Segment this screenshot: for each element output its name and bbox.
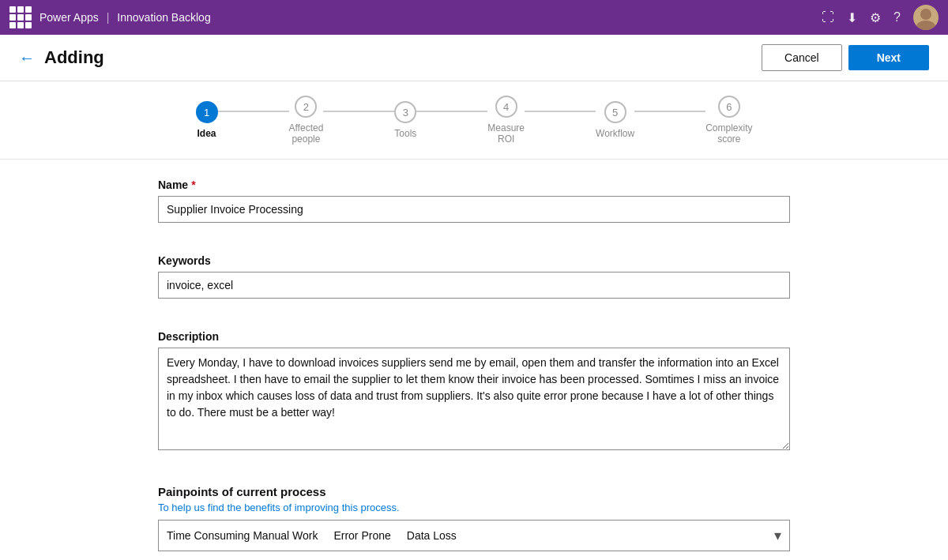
step-connector-2	[323, 111, 394, 112]
step-idea: 1 Idea	[196, 101, 218, 139]
screen-icon[interactable]: ⛶	[822, 10, 834, 24]
next-button[interactable]: Next	[848, 45, 929, 70]
description-field-group: Description Every Monday, I have to down…	[158, 330, 790, 469]
step-circle-2: 2	[295, 96, 317, 118]
painpoints-hint: To help us find the benefits of improvin…	[158, 502, 790, 513]
painpoints-label: Painpoints of current process	[158, 485, 790, 498]
description-label: Description	[158, 330, 790, 343]
stepper: 1 Idea 2 Affectedpeople 3 Tools 4 Measur…	[0, 81, 948, 160]
step-label-1: Idea	[197, 128, 216, 139]
avatar[interactable]	[913, 5, 939, 30]
page-header: ← Adding Cancel Next	[0, 35, 948, 81]
step-tools: 3 Tools	[394, 101, 416, 139]
step-label-2: Affectedpeople	[289, 122, 324, 145]
app-section: Innovation Backlog	[117, 11, 210, 24]
topbar-right: ⛶ ⬇ ⚙ ?	[822, 5, 939, 30]
download-icon[interactable]: ⬇	[847, 10, 857, 25]
tag-time-consuming: Time Consuming Manual Work	[167, 529, 318, 542]
step-connector-4	[525, 111, 596, 112]
name-input[interactable]	[158, 196, 790, 223]
help-icon[interactable]: ?	[893, 10, 901, 24]
step-connector-5	[634, 111, 705, 112]
name-field-group: Name*	[158, 179, 790, 239]
topbar-left: Power Apps | Innovation Backlog	[9, 6, 211, 28]
name-label: Name*	[158, 179, 790, 191]
painpoints-tags: Time Consuming Manual Work Error Prone D…	[167, 529, 457, 542]
description-input[interactable]: Every Monday, I have to download invoice…	[158, 348, 790, 450]
cancel-button[interactable]: Cancel	[762, 44, 842, 71]
gear-icon[interactable]: ⚙	[870, 10, 881, 25]
step-workflow: 5 Workflow	[596, 101, 634, 139]
step-label-5: Workflow	[596, 128, 634, 139]
app-separator: |	[107, 11, 110, 24]
step-label-4: MeasureROI	[487, 122, 525, 145]
apps-icon[interactable]	[9, 6, 32, 28]
step-circle-3: 3	[394, 101, 416, 123]
step-complexity-score: 6 Complexityscore	[705, 96, 752, 145]
back-button[interactable]: ←	[19, 49, 35, 67]
form-content: Name* Keywords Description Every Monday,…	[0, 160, 948, 560]
tag-error-prone: Error Prone	[333, 529, 390, 542]
step-connector-3	[416, 111, 487, 112]
keywords-input[interactable]	[158, 272, 790, 299]
svg-point-1	[916, 21, 935, 30]
step-circle-4: 4	[495, 96, 517, 118]
step-label-6: Complexityscore	[705, 122, 752, 145]
tag-data-loss: Data Loss	[407, 529, 457, 542]
svg-point-0	[920, 9, 931, 20]
step-circle-5: 5	[604, 101, 626, 123]
painpoints-group: Painpoints of current process To help us…	[158, 485, 790, 551]
step-affected-people: 2 Affectedpeople	[289, 96, 324, 145]
app-name: Power Apps	[40, 11, 99, 24]
name-required: *	[191, 179, 195, 191]
painpoints-dropdown[interactable]: Time Consuming Manual Work Error Prone D…	[158, 520, 790, 551]
keywords-field-group: Keywords	[158, 254, 790, 314]
step-label-3: Tools	[394, 128, 416, 139]
topbar: Power Apps | Innovation Backlog ⛶ ⬇ ⚙ ?	[0, 0, 948, 35]
keywords-label: Keywords	[158, 254, 790, 267]
step-circle-6: 6	[718, 96, 740, 118]
dropdown-arrow-icon: ▾	[774, 527, 781, 544]
page-title: Adding	[44, 47, 762, 68]
step-measure-roi: 4 MeasureROI	[487, 96, 525, 145]
step-connector-1	[218, 111, 289, 112]
step-circle-1: 1	[196, 101, 218, 123]
